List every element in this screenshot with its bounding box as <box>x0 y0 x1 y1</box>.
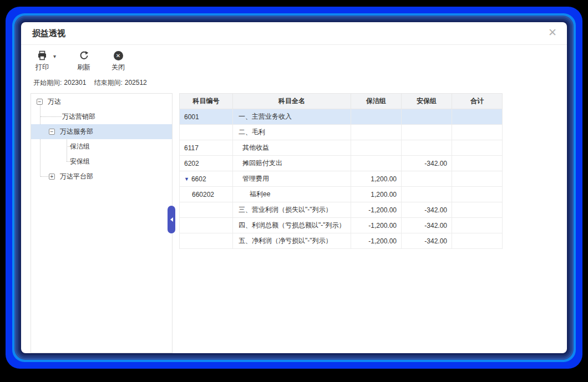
account-row[interactable]: ▼6602管理费用1,200.00 <box>180 171 503 187</box>
total-amount-cell <box>452 156 503 171</box>
print-button-label: 打印 <box>36 63 49 72</box>
collapse-panel-handle[interactable] <box>168 206 175 233</box>
titlebar: 损益透视 ✕ <box>21 22 567 45</box>
start-period-value: 202301 <box>64 79 86 86</box>
total-amount-cell <box>452 233 503 249</box>
cleaning-group-amount-cell: 1,200.00 <box>351 187 402 202</box>
page-title: 损益透视 <box>32 28 65 39</box>
cleaning-group-amount-cell <box>351 125 402 140</box>
account-table: 科目编号科目全名保洁组安保组合计 6001一、主营业务收入二、毛利6117其他收… <box>179 93 503 249</box>
tree-item-label: 保洁组 <box>31 139 90 154</box>
security-group-amount-cell: -342.00 <box>402 202 452 218</box>
cleaning-group-amount-cell: -1,200.00 <box>351 218 402 233</box>
page-background: 损益透视 ✕ 打印 ▾ <box>0 0 588 382</box>
column-header: 合计 <box>452 94 503 109</box>
account-name-cell: 五、净利润（净亏损以"-"列示） <box>233 233 351 249</box>
cleaning-group-amount-cell <box>351 109 402 125</box>
tree-item-label: 万达营销部 <box>31 109 95 124</box>
tree-item[interactable]: 安保组 <box>31 154 172 169</box>
total-amount-cell <box>452 218 503 233</box>
tree-item[interactable]: 保洁组 <box>31 139 172 154</box>
column-header: 保洁组 <box>351 94 402 109</box>
security-group-amount-cell <box>402 171 452 187</box>
account-name-cell: 二、毛利 <box>233 125 351 140</box>
cleaning-group-amount-cell: -1,200.00 <box>351 202 402 218</box>
total-amount-cell <box>452 109 503 125</box>
total-amount-cell <box>452 187 503 202</box>
collapse-toggle-icon[interactable]: − <box>49 129 55 135</box>
table-header-row: 科目编号科目全名保洁组安保组合计 <box>180 94 503 109</box>
close-button[interactable]: ✕ 关闭 <box>108 50 128 72</box>
account-code-cell <box>180 125 233 140</box>
expand-toggle-icon[interactable]: + <box>49 174 55 180</box>
security-group-amount-cell <box>402 109 452 125</box>
account-code-cell: 660202 <box>180 187 233 202</box>
tree-item-label: 安保组 <box>31 154 90 169</box>
account-row[interactable]: 二、毛利 <box>180 125 503 140</box>
refresh-icon <box>79 50 89 61</box>
account-name-cell: 福利ee <box>233 187 351 202</box>
security-group-amount-cell: -342.00 <box>402 218 452 233</box>
total-amount-cell <box>452 202 503 218</box>
cleaning-group-amount-cell <box>351 140 402 156</box>
refresh-button[interactable]: 刷新 <box>74 50 94 72</box>
cleaning-group-amount-cell: -1,200.00 <box>351 233 402 249</box>
print-dropdown-caret-icon[interactable]: ▾ <box>53 53 56 59</box>
account-name-cell: 其他收益 <box>233 140 351 156</box>
account-grid-panel: 科目编号科目全名保洁组安保组合计 6001一、主营业务收入二、毛利6117其他收… <box>179 93 502 249</box>
account-name-cell: 四、利润总额（亏损总额以"-"列示） <box>233 218 351 233</box>
print-button[interactable]: 打印 <box>32 50 52 72</box>
account-row[interactable]: 四、利润总额（亏损总额以"-"列示）-1,200.00-342.00 <box>180 218 503 233</box>
collapse-toggle-icon[interactable]: − <box>37 99 43 105</box>
account-name-cell: 摊回赔付支出 <box>233 156 351 171</box>
close-button-label: 关闭 <box>111 63 125 72</box>
account-row[interactable]: 6202摊回赔付支出-342.00 <box>180 156 503 171</box>
account-row[interactable]: 660202福利ee1,200.00 <box>180 187 503 202</box>
account-row[interactable]: 五、净利润（净亏损以"-"列示）-1,200.00-342.00 <box>180 233 503 249</box>
period-filters: 开始期间:202301结束期间:202512 <box>33 78 155 88</box>
tree-item[interactable]: 万达营销部 <box>31 109 172 124</box>
tree-item[interactable]: −万达服务部 <box>31 124 172 139</box>
security-group-amount-cell <box>402 125 452 140</box>
account-row[interactable]: 6001一、主营业务收入 <box>180 109 503 125</box>
account-code-cell: 6001 <box>180 109 233 125</box>
security-group-amount-cell: -342.00 <box>402 156 452 171</box>
account-name-cell: 一、主营业务收入 <box>233 109 351 125</box>
security-group-amount-cell <box>402 140 452 156</box>
cleaning-group-amount-cell: 1,200.00 <box>351 171 402 187</box>
window-close-icon[interactable]: ✕ <box>548 27 557 39</box>
account-code-cell <box>180 218 233 233</box>
account-name-cell: 三、营业利润（损失以"-"列示） <box>233 202 351 218</box>
profit-loss-perspective-window: 损益透视 ✕ 打印 ▾ <box>21 22 567 353</box>
column-header: 安保组 <box>402 94 452 109</box>
arrow-left-icon <box>168 217 173 222</box>
row-expand-arrow-icon[interactable]: ▼ <box>184 176 189 182</box>
end-period-label: 结束期间: <box>94 79 122 86</box>
toolbar: 打印 ▾ 刷新 ✕ 关闭 <box>32 50 128 72</box>
org-tree: −万达万达营销部−万达服务部保洁组安保组+万达平台部 <box>31 94 172 184</box>
tree-item-label: 万达服务部 <box>31 124 93 139</box>
account-code-cell <box>180 202 233 218</box>
start-period-label: 开始期间: <box>33 79 62 86</box>
refresh-button-label: 刷新 <box>77 63 90 72</box>
account-code-cell: 6202 <box>180 156 233 171</box>
printer-icon <box>37 50 48 61</box>
org-tree-panel: −万达万达营销部−万达服务部保洁组安保组+万达平台部 <box>31 93 173 353</box>
account-code-cell <box>180 233 233 249</box>
cleaning-group-amount-cell <box>351 156 402 171</box>
account-name-cell: 管理费用 <box>233 171 351 187</box>
column-header: 科目编号 <box>180 94 233 109</box>
tree-item-label: 万达 <box>31 94 61 109</box>
close-circle-icon: ✕ <box>114 50 123 61</box>
account-code-cell: 6117 <box>180 140 233 156</box>
end-period-value: 202512 <box>125 79 147 86</box>
security-group-amount-cell: -342.00 <box>402 233 452 249</box>
account-row[interactable]: 三、营业利润（损失以"-"列示）-1,200.00-342.00 <box>180 202 503 218</box>
account-code-cell: ▼6602 <box>180 171 233 187</box>
tree-item[interactable]: −万达 <box>31 94 172 109</box>
total-amount-cell <box>452 125 503 140</box>
tree-item[interactable]: +万达平台部 <box>31 169 172 184</box>
total-amount-cell <box>452 171 503 187</box>
account-row[interactable]: 6117其他收益 <box>180 140 503 156</box>
total-amount-cell <box>452 140 503 156</box>
